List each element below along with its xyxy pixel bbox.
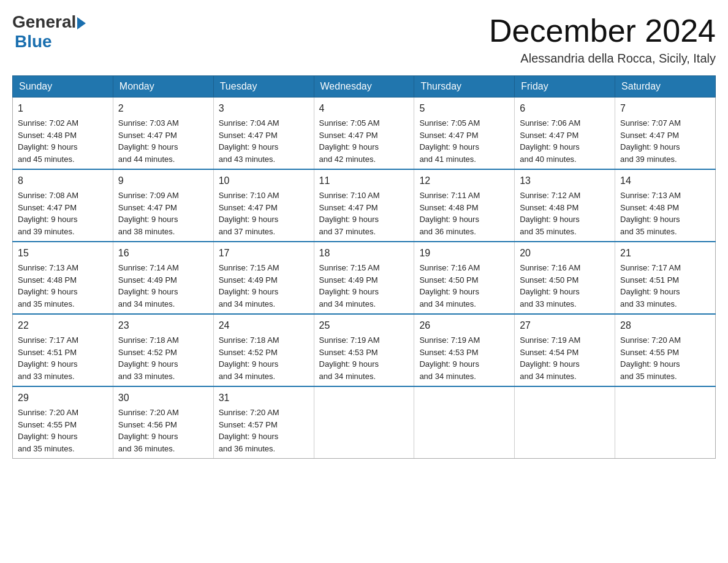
col-header-saturday: Saturday (615, 76, 716, 98)
table-row: 19 Sunrise: 7:16 AMSunset: 4:50 PMDaylig… (414, 242, 515, 314)
day-info: Sunrise: 7:05 AMSunset: 4:47 PMDaylight:… (319, 118, 380, 164)
col-header-monday: Monday (113, 76, 213, 98)
day-info: Sunrise: 7:03 AMSunset: 4:47 PMDaylight:… (118, 118, 179, 164)
table-row: 5 Sunrise: 7:05 AMSunset: 4:47 PMDayligh… (414, 98, 515, 170)
day-info: Sunrise: 7:20 AMSunset: 4:55 PMDaylight:… (620, 335, 681, 381)
calendar-week-row: 15 Sunrise: 7:13 AMSunset: 4:48 PMDaylig… (13, 242, 716, 314)
table-row: 12 Sunrise: 7:11 AMSunset: 4:48 PMDaylig… (414, 169, 515, 242)
day-number: 30 (118, 391, 208, 405)
day-number: 19 (419, 246, 509, 261)
table-row: 3 Sunrise: 7:04 AMSunset: 4:47 PMDayligh… (213, 98, 314, 170)
table-row: 10 Sunrise: 7:10 AMSunset: 4:47 PMDaylig… (213, 169, 314, 242)
table-row: 18 Sunrise: 7:15 AMSunset: 4:49 PMDaylig… (314, 242, 414, 314)
day-info: Sunrise: 7:18 AMSunset: 4:52 PMDaylight:… (118, 335, 179, 381)
table-row: 26 Sunrise: 7:19 AMSunset: 4:53 PMDaylig… (414, 314, 515, 386)
table-row: 9 Sunrise: 7:09 AMSunset: 4:47 PMDayligh… (113, 169, 213, 242)
table-row: 24 Sunrise: 7:18 AMSunset: 4:52 PMDaylig… (213, 314, 314, 386)
day-info: Sunrise: 7:20 AMSunset: 4:56 PMDaylight:… (118, 408, 179, 453)
day-number: 10 (219, 174, 309, 188)
calendar-week-row: 22 Sunrise: 7:17 AMSunset: 4:51 PMDaylig… (13, 314, 716, 386)
day-number: 25 (319, 318, 409, 333)
logo: General Blue (12, 12, 86, 52)
day-number: 21 (620, 246, 710, 261)
table-row: 7 Sunrise: 7:07 AMSunset: 4:47 PMDayligh… (615, 98, 716, 170)
day-info: Sunrise: 7:10 AMSunset: 4:47 PMDaylight:… (319, 191, 380, 236)
day-info: Sunrise: 7:16 AMSunset: 4:50 PMDaylight:… (520, 263, 580, 308)
col-header-sunday: Sunday (13, 76, 113, 98)
logo-blue-text: Blue (15, 32, 52, 52)
table-row: 4 Sunrise: 7:05 AMSunset: 4:47 PMDayligh… (314, 98, 414, 170)
day-number: 27 (520, 318, 610, 333)
day-info: Sunrise: 7:20 AMSunset: 4:57 PMDaylight:… (219, 408, 279, 453)
calendar-week-row: 29 Sunrise: 7:20 AMSunset: 4:55 PMDaylig… (13, 386, 716, 459)
day-number: 24 (219, 318, 309, 333)
day-info: Sunrise: 7:17 AMSunset: 4:51 PMDaylight:… (18, 335, 78, 381)
calendar-table: Sunday Monday Tuesday Wednesday Thursday… (12, 75, 716, 459)
day-number: 3 (219, 101, 309, 116)
table-row (615, 386, 716, 459)
day-info: Sunrise: 7:15 AMSunset: 4:49 PMDaylight:… (319, 263, 380, 308)
calendar-week-row: 1 Sunrise: 7:02 AMSunset: 4:48 PMDayligh… (13, 98, 716, 170)
title-block: December 2024 Alessandria della Rocca, S… (489, 12, 716, 66)
day-info: Sunrise: 7:16 AMSunset: 4:50 PMDaylight:… (419, 263, 480, 308)
page-header: General Blue December 2024 Alessandria d… (12, 12, 716, 66)
location-subtitle: Alessandria della Rocca, Sicily, Italy (489, 52, 716, 66)
day-info: Sunrise: 7:10 AMSunset: 4:47 PMDaylight:… (219, 191, 279, 236)
table-row: 27 Sunrise: 7:19 AMSunset: 4:54 PMDaylig… (515, 314, 615, 386)
logo-general-text: General (12, 12, 76, 32)
table-row: 14 Sunrise: 7:13 AMSunset: 4:48 PMDaylig… (615, 169, 716, 242)
day-info: Sunrise: 7:09 AMSunset: 4:47 PMDaylight:… (118, 191, 179, 236)
table-row: 31 Sunrise: 7:20 AMSunset: 4:57 PMDaylig… (213, 386, 314, 459)
day-info: Sunrise: 7:04 AMSunset: 4:47 PMDaylight:… (219, 118, 279, 164)
calendar-week-row: 8 Sunrise: 7:08 AMSunset: 4:47 PMDayligh… (13, 169, 716, 242)
table-row: 6 Sunrise: 7:06 AMSunset: 4:47 PMDayligh… (515, 98, 615, 170)
day-number: 28 (620, 318, 710, 333)
table-row: 30 Sunrise: 7:20 AMSunset: 4:56 PMDaylig… (113, 386, 213, 459)
table-row: 21 Sunrise: 7:17 AMSunset: 4:51 PMDaylig… (615, 242, 716, 314)
table-row: 15 Sunrise: 7:13 AMSunset: 4:48 PMDaylig… (13, 242, 113, 314)
day-info: Sunrise: 7:17 AMSunset: 4:51 PMDaylight:… (620, 263, 681, 308)
day-number: 9 (118, 174, 208, 188)
day-number: 7 (620, 101, 710, 116)
day-number: 4 (319, 101, 409, 116)
day-info: Sunrise: 7:18 AMSunset: 4:52 PMDaylight:… (219, 335, 279, 381)
day-number: 29 (18, 391, 108, 405)
day-info: Sunrise: 7:05 AMSunset: 4:47 PMDaylight:… (419, 118, 480, 164)
day-number: 14 (620, 174, 710, 188)
table-row: 25 Sunrise: 7:19 AMSunset: 4:53 PMDaylig… (314, 314, 414, 386)
day-info: Sunrise: 7:07 AMSunset: 4:47 PMDaylight:… (620, 118, 681, 164)
day-info: Sunrise: 7:19 AMSunset: 4:53 PMDaylight:… (319, 335, 380, 381)
day-info: Sunrise: 7:11 AMSunset: 4:48 PMDaylight:… (419, 191, 480, 236)
day-number: 16 (118, 246, 208, 261)
day-number: 2 (118, 101, 208, 116)
col-header-friday: Friday (515, 76, 615, 98)
day-info: Sunrise: 7:19 AMSunset: 4:54 PMDaylight:… (520, 335, 580, 381)
day-info: Sunrise: 7:14 AMSunset: 4:49 PMDaylight:… (118, 263, 179, 308)
table-row (414, 386, 515, 459)
day-info: Sunrise: 7:13 AMSunset: 4:48 PMDaylight:… (18, 263, 78, 308)
col-header-tuesday: Tuesday (213, 76, 314, 98)
day-number: 23 (118, 318, 208, 333)
day-info: Sunrise: 7:12 AMSunset: 4:48 PMDaylight:… (520, 191, 580, 236)
table-row (314, 386, 414, 459)
day-number: 13 (520, 174, 610, 188)
day-number: 26 (419, 318, 509, 333)
table-row: 2 Sunrise: 7:03 AMSunset: 4:47 PMDayligh… (113, 98, 213, 170)
day-info: Sunrise: 7:08 AMSunset: 4:47 PMDaylight:… (18, 191, 78, 236)
day-number: 18 (319, 246, 409, 261)
table-row: 17 Sunrise: 7:15 AMSunset: 4:49 PMDaylig… (213, 242, 314, 314)
table-row (515, 386, 615, 459)
table-row: 1 Sunrise: 7:02 AMSunset: 4:48 PMDayligh… (13, 98, 113, 170)
day-number: 11 (319, 174, 409, 188)
day-number: 17 (219, 246, 309, 261)
table-row: 22 Sunrise: 7:17 AMSunset: 4:51 PMDaylig… (13, 314, 113, 386)
day-number: 22 (18, 318, 108, 333)
table-row: 11 Sunrise: 7:10 AMSunset: 4:47 PMDaylig… (314, 169, 414, 242)
table-row: 23 Sunrise: 7:18 AMSunset: 4:52 PMDaylig… (113, 314, 213, 386)
table-row: 20 Sunrise: 7:16 AMSunset: 4:50 PMDaylig… (515, 242, 615, 314)
table-row: 8 Sunrise: 7:08 AMSunset: 4:47 PMDayligh… (13, 169, 113, 242)
table-row: 28 Sunrise: 7:20 AMSunset: 4:55 PMDaylig… (615, 314, 716, 386)
day-info: Sunrise: 7:20 AMSunset: 4:55 PMDaylight:… (18, 408, 78, 453)
day-number: 1 (18, 101, 108, 116)
day-info: Sunrise: 7:13 AMSunset: 4:48 PMDaylight:… (620, 191, 681, 236)
